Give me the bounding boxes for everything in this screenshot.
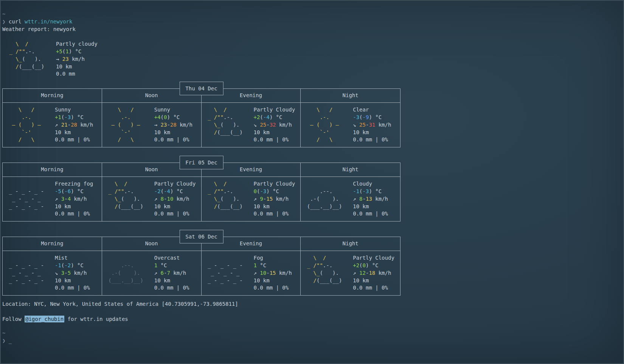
forecast-cell: \ / _ /"".-. \_( ). /(___(__)Partly Clou… xyxy=(202,177,301,221)
weather-info: Partly Cloudy+2(0) °C↗ 12-18 km/h10 km0.… xyxy=(353,254,394,292)
weather-info: Partly Cloudy+2(-4) °C↘ 25-32 km/h10 km0… xyxy=(254,106,295,144)
weather-info: Freezing fog-5(-6) °C↗ 3-4 km/h10 km0.0 … xyxy=(55,180,93,218)
forecast-day: Fri 05 DecMorningNoonEveningNight _ - _ … xyxy=(2,163,400,221)
report-title: Weather report: newyork xyxy=(2,26,623,33)
follow-prefix: Follow xyxy=(2,316,25,322)
command-text: curl xyxy=(5,19,25,25)
weather-art-icon: \ / .-. ― ( ) ― `-' / \ xyxy=(105,106,154,144)
weather-info: Sunny+1(-3) °C↗ 21-28 km/h10 km0.0 mm | … xyxy=(55,106,93,144)
shell-cwd-2: ~ xyxy=(2,330,623,337)
weather-info: Partly cloudy+5(1) °C→ 23 km/h10 km0.0 m… xyxy=(56,40,98,78)
forecast-cell: _ - _ - _ - _ - _ - _ _ - _ - _ -Fog1 °C… xyxy=(202,251,301,295)
location-line: Location: NYC, New York, United States o… xyxy=(2,300,623,308)
period-header: Morning xyxy=(3,89,102,102)
weather-art-icon: \ / .-. ― ( ) ― `-' / \ xyxy=(6,106,55,144)
date-box: Fri 05 Dec xyxy=(179,156,223,169)
command-url: wttr.in/newyork xyxy=(25,19,72,25)
current-conditions: \ / _ /"".-. \_( ). /(___(__)Partly clou… xyxy=(2,40,623,78)
date-box: Sat 06 Dec xyxy=(179,230,223,243)
forecast-cell: \ / .-. ― ( ) ― `-' / \Sunny+1(-3) °C↗ 2… xyxy=(3,103,102,147)
period-header: Night xyxy=(301,89,400,102)
weather-info: Sunny+4(0) °C→ 23-28 km/h10 km0.0 mm | 0… xyxy=(154,106,192,144)
forecast-cell: .--. .-( ). (___.__)__)Overcast1 °C↗ 6-7… xyxy=(102,251,202,295)
weather-art-icon: _ - _ - _ - _ - _ - _ _ - _ - _ - xyxy=(6,180,55,218)
forecast-cell: \ / .-. ― ( ) ― `-' / \Sunny+4(0) °C→ 23… xyxy=(102,103,202,147)
weather-art-icon: \ / .-. ― ( ) ― `-' / \ xyxy=(304,106,353,144)
weather-info: Clear-3(-9) °C↘ 25-31 km/h10 km0.0 mm | … xyxy=(353,106,391,144)
weather-art-icon: _ - _ - _ - _ - _ - _ _ - _ - _ - xyxy=(205,254,254,292)
forecast-table: MorningNoonEveningNight _ - _ - _ - _ - … xyxy=(2,237,400,296)
forecast-day: Sat 06 DecMorningNoonEveningNight _ - _ … xyxy=(2,237,400,296)
weather-art-icon: \ / _ /"".-. \_( ). /(___(__) xyxy=(205,106,254,144)
forecast-cell: \ / _ /"".-. \_( ). /(___(__)Partly Clou… xyxy=(301,251,400,295)
weather-info: Mist-1(-2) °C↘ 3-5 km/h10 km0.0 mm | 0% xyxy=(55,254,90,292)
weather-art-icon: \ / _ /"".-. \_( ). /(___(__) xyxy=(304,254,353,292)
period-header: Night xyxy=(301,237,400,251)
weather-art-icon: \ / _ /"".-. \_( ). /(___(__) xyxy=(6,40,56,78)
weather-art-icon: _ - _ - _ - _ - _ - _ _ - _ - _ - xyxy=(6,254,55,292)
date-box: Thu 04 Dec xyxy=(179,82,223,95)
weather-art-icon: .--. .-( ). (___.__)__) xyxy=(105,254,154,292)
weather-info: Partly Cloudy0(-3) °C↗ 9-15 km/h10 km0.0… xyxy=(254,180,295,218)
weather-art-icon: .--. .-( ). (___.__)__) xyxy=(304,180,353,218)
prompt-line[interactable]: ❯_ xyxy=(2,337,623,345)
weather-info: Overcast1 °C↗ 6-7 km/h10 km0.0 mm | 0% xyxy=(154,254,189,292)
forecast-table: MorningNoonEveningNight _ - _ - _ - _ - … xyxy=(2,163,400,221)
weather-art-icon: \ / _ /"".-. \_( ). /(___(__) xyxy=(105,180,154,218)
shell-cwd: ~ xyxy=(2,11,623,18)
forecast-cell: \ / _ /"".-. \_( ). /(___(__)Partly Clou… xyxy=(102,177,202,221)
weather-info: Cloudy-1(-3) °C↗ 8-13 km/h10 km0.0 mm | … xyxy=(353,180,388,218)
weather-info: Fog1 °C↗ 10-15 km/h10 km0.0 mm | 0% xyxy=(254,254,292,292)
forecast-cell: _ - _ - _ - _ - _ - _ _ - _ - _ -Mist-1(… xyxy=(3,251,102,295)
command-line: ❯ curl wttr.in/newyork xyxy=(2,18,623,26)
follow-handle-link[interactable]: @igor_chubin xyxy=(25,316,64,322)
text-cursor: _ xyxy=(9,338,12,344)
period-header: Night xyxy=(301,163,400,177)
terminal-window: ~ ❯ curl wttr.in/newyork Weather report:… xyxy=(0,0,624,364)
follow-suffix: for wttr.in updates xyxy=(64,316,128,322)
forecast-cell: \ / _ /"".-. \_( ). /(___(__)Partly Clou… xyxy=(202,103,301,147)
weather-info: Partly Cloudy-2(-4) °C↗ 8-10 km/h10 km0.… xyxy=(154,180,196,218)
prompt-chevron-icon-2: ❯ xyxy=(2,338,5,344)
forecast-cell: \ / .-. ― ( ) ― `-' / \Clear-3(-9) °C↘ 2… xyxy=(301,103,400,147)
period-header: Morning xyxy=(3,163,102,177)
follow-line: Follow @igor_chubin for wttr.in updates xyxy=(2,316,623,323)
forecast-days: Thu 04 DecMorningNoonEveningNight \ / .-… xyxy=(2,88,623,296)
forecast-cell: .--. .-( ). (___.__)__)Cloudy-1(-3) °C↗ … xyxy=(301,177,400,221)
forecast-cell: _ - _ - _ - _ - _ - _ _ - _ - _ -Freezin… xyxy=(3,177,102,221)
period-header: Morning xyxy=(3,237,102,251)
forecast-table: MorningNoonEveningNight \ / .-. ― ( ) ― … xyxy=(2,88,400,147)
weather-art-icon: \ / _ /"".-. \_( ). /(___(__) xyxy=(205,180,254,218)
forecast-day: Thu 04 DecMorningNoonEveningNight \ / .-… xyxy=(2,88,400,147)
